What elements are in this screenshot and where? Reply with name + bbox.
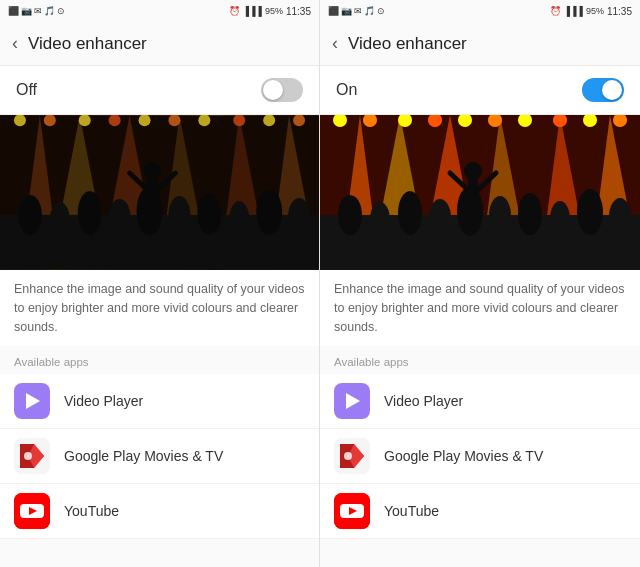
description-left: Enhance the image and sound quality of y… <box>0 270 319 346</box>
svg-point-36 <box>24 452 32 460</box>
concert-svg-left <box>0 115 319 270</box>
header-left: ‹ Video enhancer <box>0 22 319 66</box>
svg-point-58 <box>338 195 362 235</box>
svg-point-67 <box>609 198 631 236</box>
svg-point-59 <box>370 202 390 238</box>
app-name-youtube-left: YouTube <box>64 503 119 519</box>
status-left-icons: ⬛ 📷 ✉ 🎵 ⊙ <box>8 6 65 16</box>
back-button-left[interactable]: ‹ <box>12 33 18 54</box>
header-right: ‹ Video enhancer <box>320 22 640 66</box>
svg-point-21 <box>109 199 131 237</box>
status-bar-left: ⬛ 📷 ✉ 🎵 ⊙ ⏰ ▐▐▐ 95% 11:35 <box>0 0 319 22</box>
time-left: 11:35 <box>286 6 311 17</box>
toggle-label-left: Off <box>16 81 37 99</box>
gpmt-icon-right <box>334 438 370 474</box>
toggle-switch-right[interactable] <box>582 78 624 102</box>
app-list-right: Video Player Google Play Movies & TV <box>320 374 640 539</box>
app-item-gpmt-right[interactable]: Google Play Movies & TV <box>320 429 640 484</box>
description-right: Enhance the image and sound quality of y… <box>320 270 640 346</box>
app-item-youtube-left[interactable]: YouTube <box>0 484 319 539</box>
svg-point-29 <box>144 162 162 180</box>
app-item-youtube-right[interactable]: YouTube <box>320 484 640 539</box>
play-triangle-left <box>26 393 40 409</box>
svg-point-64 <box>518 193 542 235</box>
svg-point-63 <box>489 196 511 236</box>
app-name-youtube-right: YouTube <box>384 503 439 519</box>
svg-point-69 <box>464 162 482 180</box>
app-name-gpmt-right: Google Play Movies & TV <box>384 448 543 464</box>
header-title-left: Video enhancer <box>28 34 147 54</box>
concert-svg-right <box>320 115 640 270</box>
toggle-row-left: Off <box>0 66 319 115</box>
off-panel: ⬛ 📷 ✉ 🎵 ⊙ ⏰ ▐▐▐ 95% 11:35 ‹ Video enhanc… <box>0 0 320 567</box>
play-triangle-right <box>346 393 360 409</box>
svg-point-24 <box>197 193 221 235</box>
svg-point-65 <box>550 201 570 237</box>
toggle-knob-right <box>602 80 622 100</box>
signal-icon: ▐▐▐ <box>243 6 262 16</box>
youtube-icon-left <box>14 493 50 529</box>
alarm-icon-right: ⏰ <box>550 6 561 16</box>
videoplayer-icon-left <box>14 383 50 419</box>
status-bar-right: ⬛ 📷 ✉ 🎵 ⊙ ⏰ ▐▐▐ 95% 11:35 <box>320 0 640 22</box>
signal-icon-right: ▐▐▐ <box>564 6 583 16</box>
gpmt-icon-left <box>14 438 50 474</box>
svg-point-25 <box>229 201 249 237</box>
back-button-right[interactable]: ‹ <box>332 33 338 54</box>
app-name-videoplayer-left: Video Player <box>64 393 143 409</box>
svg-point-19 <box>50 202 70 238</box>
svg-point-76 <box>344 452 352 460</box>
available-apps-label-left: Available apps <box>0 346 319 374</box>
battery-right: 95% <box>586 6 604 16</box>
concert-image-right <box>320 115 640 270</box>
app-name-gpmt-left: Google Play Movies & TV <box>64 448 223 464</box>
svg-point-61 <box>429 199 451 237</box>
app-item-videoplayer-right[interactable]: Video Player <box>320 374 640 429</box>
battery-left: 95% <box>265 6 283 16</box>
app-list-left: Video Player Google Play Movies & TV <box>0 374 319 539</box>
time-right: 11:35 <box>607 6 632 17</box>
app-name-videoplayer-right: Video Player <box>384 393 463 409</box>
toggle-label-right: On <box>336 81 357 99</box>
svg-point-27 <box>288 198 310 236</box>
toggle-knob-left <box>263 80 283 100</box>
svg-rect-68 <box>468 177 478 212</box>
on-panel: ⬛ 📷 ✉ 🎵 ⊙ ⏰ ▐▐▐ 95% 11:35 ‹ Video enhanc… <box>320 0 640 567</box>
header-title-right: Video enhancer <box>348 34 467 54</box>
available-apps-label-right: Available apps <box>320 346 640 374</box>
videoplayer-icon-right <box>334 383 370 419</box>
svg-point-23 <box>168 196 190 236</box>
youtube-icon-right <box>334 493 370 529</box>
concert-image-left <box>0 115 319 270</box>
toggle-switch-left[interactable] <box>261 78 303 102</box>
svg-point-60 <box>398 191 422 235</box>
status-right-info-right: ⏰ ▐▐▐ 95% 11:35 <box>550 6 632 17</box>
svg-point-20 <box>78 191 102 235</box>
status-left-icons-right: ⬛ 📷 ✉ 🎵 ⊙ <box>328 6 385 16</box>
app-item-videoplayer-left[interactable]: Video Player <box>0 374 319 429</box>
toggle-row-right: On <box>320 66 640 115</box>
svg-point-26 <box>256 189 282 235</box>
alarm-icon: ⏰ <box>229 6 240 16</box>
status-right-info: ⏰ ▐▐▐ 95% 11:35 <box>229 6 311 17</box>
svg-point-66 <box>577 189 603 235</box>
svg-rect-28 <box>148 177 158 212</box>
app-item-gpmt-left[interactable]: Google Play Movies & TV <box>0 429 319 484</box>
svg-point-18 <box>18 195 42 235</box>
